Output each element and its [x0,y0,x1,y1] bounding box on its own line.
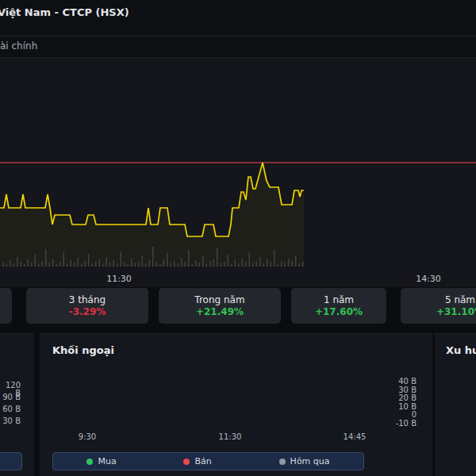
performance-card [0,288,12,324]
performance-card-value: -3.29% [69,307,106,317]
right-axis-label: -10 B [392,420,416,428]
left-axis-label: 30 B [0,417,21,425]
right-axis-label: 40 B [392,378,416,386]
performance-card: 3 tháng-3.29% [26,288,148,324]
performance-card: 5 năm+31.10% [401,288,476,324]
performance-card-value: +31.10% [436,307,476,317]
left-axis-label: 90 B [0,393,21,401]
foreign-flow-legend-bar: MuaBánHôm qua [52,452,364,470]
legend-label: Bán [194,456,211,466]
performance-card-label: 1 năm [324,295,354,305]
trading-dashboard: Việt Nam - CTCP (HSX) ài chính 11:3014:3… [0,0,476,476]
performance-card-value: +17.60% [315,307,363,317]
trend-panel: Xu hướng [435,333,476,476]
performance-card-label: 5 năm [445,295,475,305]
right-axis-label: 0 [392,411,416,419]
foreign-flow-time-label: 11:30 [219,432,242,441]
performance-card-label: Trong năm [194,295,244,305]
foreign-flow-time-label: 9:30 [79,432,96,441]
legend-item[interactable]: Bán [183,456,211,466]
price-chart-region[interactable] [0,58,476,274]
time-axis-label: 14:30 [416,274,441,284]
performance-card-label: 3 tháng [69,295,106,305]
tab-tai-chinh[interactable]: ài chính [0,40,37,52]
legend-item[interactable]: Mua [86,456,116,466]
legend-label: Mua [98,456,116,466]
header-divider [0,36,476,36]
legend-dot-icon [279,459,286,465]
performance-card: Trong năm+21.49% [159,288,281,324]
trend-panel-title: Xu hướng [446,344,476,356]
foreign-flow-title: Khối ngoại [52,344,114,356]
left-cut-legend-bar [0,452,22,470]
legend-item[interactable]: Hôm qua [279,456,330,466]
time-axis-label: 11:30 [106,274,132,284]
right-axis-label: 20 B [392,394,416,402]
legend-label: Hôm qua [290,456,330,466]
performance-card: 1 năm+17.60% [291,288,386,324]
foreign-flow-time-label: 14:45 [344,432,367,441]
performance-card-value: +21.49% [196,307,244,317]
legend-dot-icon [183,459,190,465]
legend-dot-icon [86,459,93,465]
left-axis-label: 60 B [0,405,21,413]
page-title: Việt Nam - CTCP (HSX) [0,6,129,18]
foreign-flow-chart-region[interactable] [49,361,378,428]
